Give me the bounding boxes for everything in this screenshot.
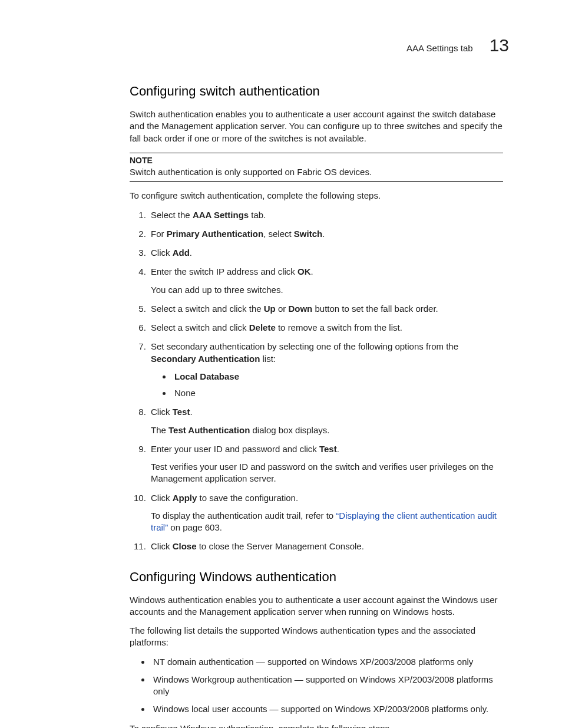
step-10: Click Apply to save the configuration. T…	[148, 492, 503, 534]
section1-intro: Switch authentication enables you to aut…	[130, 108, 503, 144]
bullet-workgroup: Windows Workgroup authentication — suppo…	[151, 674, 503, 698]
bullet-nt-domain: NT domain authentication — supported on …	[151, 656, 503, 668]
step-8: Click Test. The Test Authentication dial…	[148, 406, 503, 436]
section2-lead-in: To configure Windows authentication, com…	[130, 723, 503, 729]
step-3: Click Add.	[148, 247, 503, 259]
section2-list-lead: The following list details the supported…	[130, 625, 503, 649]
section1-steps: Select the AAA Settings tab. For Primary…	[130, 209, 503, 553]
section-title-switch-auth: Configuring switch authentication	[130, 84, 503, 99]
step-8-sub: The Test Authentication dialog box displ…	[151, 424, 503, 436]
page-header: AAA Settings tab 13	[71, 35, 509, 55]
header-chapter-number: 13	[490, 35, 509, 55]
note-block: NOTE Switch authentication is only suppo…	[130, 153, 503, 182]
step-4-sub: You can add up to three switches.	[151, 284, 503, 296]
section2-bullets: NT domain authentication — supported on …	[130, 656, 503, 716]
section-title-windows-auth: Configuring Windows authentication	[130, 569, 503, 585]
step-6: Select a switch and click Delete to remo…	[148, 322, 503, 334]
step-10-sub: To display the authentication audit trai…	[151, 510, 503, 534]
step-11: Click Close to close the Server Manageme…	[148, 541, 503, 552]
step-9: Enter your user ID and password and clic…	[148, 443, 503, 485]
step-9-sub: Test verifies your user ID and password …	[151, 461, 503, 485]
bullet-local-user: Windows local user accounts — supported …	[151, 703, 503, 715]
step-7-options: Local Database None	[151, 371, 503, 400]
header-tab-label: AAA Settings tab	[406, 43, 473, 53]
document-page: AAA Settings tab 13 Configuring switch a…	[0, 0, 562, 728]
note-text: Switch authentication is only supported …	[130, 166, 503, 178]
step-2: For Primary Authentication, select Switc…	[148, 228, 503, 240]
step-7-option-none: None	[172, 387, 503, 399]
note-label: NOTE	[130, 156, 503, 165]
step-7: Set secondary authentication by selectin…	[148, 341, 503, 399]
step-7-option-local-database: Local Database	[172, 371, 503, 383]
section2-intro: Windows authentication enables you to au…	[130, 594, 503, 618]
section1-lead-in: To configure switch authentication, comp…	[130, 190, 503, 202]
step-4: Enter the switch IP address and click OK…	[148, 266, 503, 296]
page-content: Configuring switch authentication Switch…	[130, 84, 503, 728]
step-5: Select a switch and click the Up or Down…	[148, 303, 503, 315]
step-1: Select the AAA Settings tab.	[148, 209, 503, 221]
